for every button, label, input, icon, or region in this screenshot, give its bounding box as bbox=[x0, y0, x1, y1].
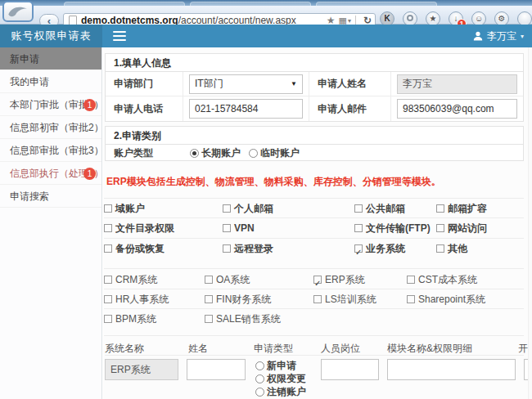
checkbox-cst-system[interactable]: CST成本系统 bbox=[407, 270, 524, 290]
checkbox-label: 邮箱扩容 bbox=[448, 203, 487, 214]
cancel-account-radio[interactable]: 注销账户 bbox=[255, 385, 306, 398]
email-field[interactable] bbox=[397, 99, 517, 119]
checkbox-hr-system[interactable]: HR人事系统 bbox=[104, 289, 205, 310]
temporary-account-radio[interactable]: 临时账户 bbox=[249, 146, 300, 160]
checkbox-crm-system[interactable]: CRM系统 bbox=[104, 270, 205, 290]
sidebar-item-label: 申请搜索 bbox=[10, 191, 49, 202]
checkbox-label: SALE销售系统 bbox=[216, 313, 281, 325]
checkbox-vpn[interactable]: VPN bbox=[223, 218, 354, 239]
app-title: 账号权限申请表 bbox=[0, 25, 102, 47]
checkbox-label: 远程登录 bbox=[234, 243, 273, 254]
browser-logo[interactable] bbox=[2, 1, 34, 22]
checkbox-icon bbox=[104, 204, 112, 213]
checkbox-ftp[interactable]: 文件传输(FTP) bbox=[354, 218, 436, 239]
checkbox-oa-system[interactable]: OA系统 bbox=[205, 270, 313, 290]
user-icon bbox=[473, 31, 483, 41]
radio-icon bbox=[255, 361, 264, 370]
section-application-category: 2.申请类别 账户类型 长期账户 临时账户 bbox=[105, 126, 524, 161]
user-menu[interactable]: 李万宝 ▾ bbox=[473, 25, 524, 47]
checkbox-file-directory-permission[interactable]: 文件目录权限 bbox=[104, 218, 223, 239]
sidebar-item-application-search[interactable]: 申请搜索 bbox=[0, 185, 101, 208]
permission-checkbox-grid: 域账户 个人邮箱 公共邮箱 邮箱扩容 文件目录权限 VPN 文件传输(FTP) … bbox=[104, 198, 524, 269]
radio-label: 新申请 bbox=[267, 360, 296, 371]
checkbox-bpm-system[interactable]: BPM系统 bbox=[104, 309, 205, 330]
checkbox-website-access[interactable]: 网站访问 bbox=[436, 218, 524, 239]
sidebar-item-dept-approval[interactable]: 本部门审批（审批1） 1 bbox=[0, 93, 101, 116]
section2-title: 2.申请类别 bbox=[106, 127, 523, 145]
permission-change-radio[interactable]: 权限变更 bbox=[255, 372, 306, 385]
checkbox-icon bbox=[313, 295, 322, 303]
sidebar-toggle-hamburger-icon[interactable] bbox=[113, 31, 126, 41]
checkbox-other[interactable]: 其他 bbox=[436, 239, 524, 259]
detail-system-name-field[interactable] bbox=[105, 359, 178, 380]
sidebar-item-new-application[interactable]: 新申请 bbox=[0, 47, 101, 70]
column-header-application-type: 申请类型 bbox=[254, 342, 293, 356]
detail-module-field[interactable] bbox=[387, 359, 516, 380]
radio-label: 临时账户 bbox=[260, 147, 300, 159]
checkbox-label: BPM系统 bbox=[115, 313, 156, 325]
chevron-down-icon[interactable]: ▾ bbox=[348, 17, 351, 25]
checkbox-icon bbox=[354, 244, 363, 253]
checkbox-business-system[interactable]: 业务系统 bbox=[354, 239, 436, 259]
column-header-position: 人员岗位 bbox=[321, 342, 360, 356]
checkbox-label: CST成本系统 bbox=[418, 274, 477, 285]
checkbox-label: HR人事系统 bbox=[115, 294, 169, 305]
sidebar-item-it-execution[interactable]: 信息部执行（处理4） 1 bbox=[0, 162, 101, 185]
checkbox-ls-system[interactable]: LS培训系统 bbox=[313, 289, 407, 310]
column-header-system-name: 系统名称 bbox=[105, 342, 144, 356]
checkbox-sale-system[interactable]: SALE销售系统 bbox=[205, 309, 313, 330]
sidebar-item-label: 我的申请 bbox=[10, 76, 49, 87]
sidebar-item-label: 信息部初审（审批2） bbox=[10, 122, 104, 133]
sidebar-item-label: 信息部审批（审批3） bbox=[10, 145, 104, 156]
ring-glyph bbox=[407, 15, 413, 21]
main-content: 1.填单人信息 申请部门 IT部门 ▼ 申请人姓名 申请人电话 申请人邮件 bbox=[103, 47, 532, 399]
sidebar-item-label: 新申请 bbox=[10, 53, 39, 65]
sidebar-item-it-first-review[interactable]: 信息部初审（审批2） bbox=[0, 116, 101, 139]
checkbox-icon bbox=[205, 276, 213, 284]
checkbox-erp-system[interactable]: ERP系统 bbox=[313, 270, 407, 290]
checkbox-public-mailbox[interactable]: 公共邮箱 bbox=[354, 199, 436, 219]
section-applicant-info: 1.填单人信息 申请部门 IT部门 ▼ 申请人姓名 申请人电话 申请人邮件 bbox=[105, 53, 524, 122]
scrollbar-track[interactable] bbox=[528, 47, 532, 399]
checkbox-icon bbox=[436, 244, 444, 253]
checkbox-icon bbox=[436, 204, 444, 213]
checkbox-remote-login[interactable]: 远程登录 bbox=[223, 239, 354, 259]
radio-label: 注销账户 bbox=[267, 386, 306, 397]
checkbox-icon bbox=[223, 224, 231, 232]
erp-module-note: ERP模块包括生成控制、物流管理、物料采购、库存控制、分销管理等模块。 bbox=[106, 175, 441, 189]
sidebar-item-my-applications[interactable]: 我的申请 bbox=[0, 70, 101, 93]
long-term-account-radio[interactable]: 长期账户 bbox=[190, 146, 241, 160]
department-select[interactable]: IT部门 ▼ bbox=[189, 74, 303, 94]
detail-position-field[interactable] bbox=[321, 359, 379, 380]
detail-name-field[interactable] bbox=[187, 359, 246, 380]
checkbox-domain-account[interactable]: 域账户 bbox=[104, 199, 223, 219]
checkbox-icon bbox=[205, 315, 213, 323]
radio-label: 权限变更 bbox=[267, 373, 306, 384]
section1-title: 1.填单人信息 bbox=[106, 54, 523, 72]
checkbox-icon bbox=[436, 224, 444, 232]
dept-label: 申请部门 bbox=[106, 77, 153, 91]
select-caret-icon: ▼ bbox=[291, 80, 297, 87]
checkbox-label: ERP系统 bbox=[325, 274, 365, 285]
checkbox-mailbox-expansion[interactable]: 邮箱扩容 bbox=[436, 199, 524, 219]
applicant-name-field[interactable] bbox=[397, 74, 517, 94]
checkbox-label: 文件传输(FTP) bbox=[366, 222, 431, 234]
checkbox-personal-mailbox[interactable]: 个人邮箱 bbox=[223, 199, 354, 219]
detail-application-type-radios: 新申请 权限变更 注销账户 bbox=[255, 359, 306, 398]
checkbox-fin-system[interactable]: FIN财务系统 bbox=[205, 289, 313, 310]
radio-icon bbox=[255, 374, 264, 383]
checkbox-sharepoint-system[interactable]: Sharepoint系统 bbox=[407, 289, 524, 310]
checkbox-icon bbox=[313, 276, 322, 284]
checkbox-backup-restore[interactable]: 备份或恢复 bbox=[104, 239, 223, 259]
checkbox-label: VPN bbox=[234, 222, 255, 234]
sidebar-item-it-approval[interactable]: 信息部审批（审批3） bbox=[0, 139, 101, 162]
phone-field[interactable] bbox=[189, 99, 303, 119]
system-checkbox-grid: CRM系统 OA系统 ERP系统 CST成本系统 HR人事系统 FIN财务系统 … bbox=[104, 270, 524, 336]
checkbox-label: 域账户 bbox=[115, 203, 145, 214]
app-header: 账号权限申请表 李万宝 ▾ bbox=[0, 25, 532, 47]
checkbox-icon bbox=[354, 204, 363, 213]
new-application-radio[interactable]: 新申请 bbox=[255, 359, 306, 372]
radio-icon bbox=[255, 388, 264, 397]
checkbox-label: 网站访问 bbox=[448, 222, 487, 234]
column-header-truncated: 开 bbox=[518, 342, 528, 356]
